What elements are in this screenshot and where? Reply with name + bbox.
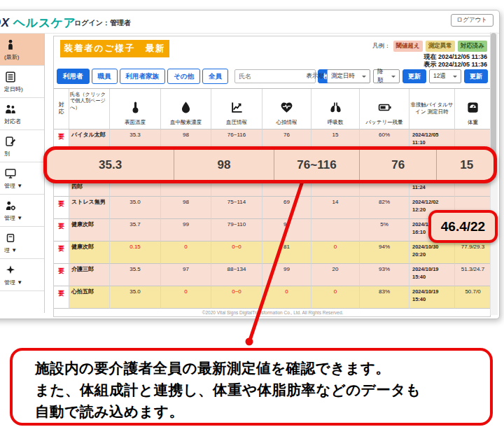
filter-tab[interactable]: 利用者 (57, 69, 90, 84)
sidebar-item[interactable]: 対応者 (0, 98, 44, 130)
filter-tab[interactable]: 職員 (92, 69, 118, 84)
value-cell: 0.15 (110, 241, 161, 264)
sidebar-item[interactable]: 理 ▼ (0, 227, 44, 259)
value-cell: 0~0 (211, 286, 262, 309)
filter-tab[interactable]: 利用者家族 (120, 69, 166, 84)
weight-zoom-callout: 46.4/22 (428, 210, 498, 243)
column-header: 非接触バイタルサイン 測定日時 (410, 89, 455, 130)
value-cell (312, 219, 360, 241)
column-header: 呼吸数 (312, 89, 360, 130)
column-header: 氏名（クリックで個人別ページへ） (69, 89, 110, 130)
person-icon (4, 38, 44, 52)
filter-tab[interactable]: 全員 (202, 69, 228, 84)
annotation-line: 自動で読み込めます。 (35, 400, 477, 422)
sidebar-item[interactable]: 管理 ▼ (0, 162, 44, 195)
monitor-icon (4, 167, 44, 181)
value-cell: 0 (312, 241, 360, 264)
value-cell: 2024/10/30 20:20 (410, 241, 455, 264)
value-cell: 79~110 (211, 219, 262, 241)
value-cell: 98 (161, 197, 211, 219)
alert-cell: 要 (54, 286, 69, 309)
column-header: バッテリー残量 (360, 89, 410, 130)
sidebar-item-label: 理 ▼ (4, 246, 44, 254)
vitals-table: 対応 氏名（クリックで個人別ページへ） 表面温度 血中酸素濃度 血圧情報 心拍情… (54, 88, 491, 309)
refresh-button-2[interactable]: 更新 (464, 69, 488, 83)
sidebar-item[interactable]: 定日時) (0, 66, 44, 98)
legend-badge: 対応済み (458, 41, 487, 52)
sidebar-item-label: (最新) (4, 53, 44, 61)
connector-dot (246, 338, 253, 346)
sidebar-item-label: 管理 ▼ (4, 182, 44, 190)
scale-icon (466, 101, 479, 117)
value-cell: 93% (360, 264, 410, 286)
annotation-box: 施設内の要介護者全員の最新測定値を確認できます。また、体組成計と連携し、体重や体… (10, 348, 493, 426)
user-gear-icon (4, 199, 44, 213)
value-cell: 88~134 (211, 264, 262, 286)
value-cell: 83% (360, 286, 410, 309)
battery-icon (378, 101, 391, 117)
sidebar-item[interactable]: (最新) (0, 34, 44, 66)
name-cell[interactable]: 心拍五郎 (69, 286, 110, 309)
value-cell: 35.0 (110, 286, 161, 309)
name-cell[interactable]: 健康次郎 (69, 241, 110, 264)
value-cell: 35.5 (110, 264, 161, 286)
legend-label: 凡例： (372, 42, 391, 50)
sidebar: (最新) 定日時) 対応者 別 管理 ▼ 管理 ▼ 理 ▼ 管理 ▼ (0, 34, 45, 313)
value-cell: 92 (262, 219, 312, 241)
value-cell: 2024/10/19 15:40 (410, 264, 455, 286)
value-cell: 35.7 (110, 219, 161, 241)
name-cell[interactable]: 介護三郎 (69, 264, 110, 286)
sort-controls: 表示順 測定日時 降順 更新 12週 更新 (307, 69, 489, 83)
filter-tab[interactable]: その他 (167, 69, 200, 84)
topbar: DX ヘルスケア ログイン：管理者 ログアウト (0, 10, 499, 34)
value-cell: 0~0 (211, 241, 262, 264)
display-datetime: 表示 2024/12/05 11:36 (424, 60, 487, 69)
sidebar-item-label: 別 (4, 150, 44, 158)
zoomed-value: 15 (437, 150, 496, 180)
table-header-row: 対応 氏名（クリックで個人別ページへ） 表面温度 血中酸素濃度 血圧情報 心拍情… (54, 89, 491, 130)
heart-pulse-icon (280, 101, 293, 117)
period-select[interactable]: 12週 (429, 69, 461, 83)
screenshot-root: DX ヘルスケア ログイン：管理者 ログアウト (最新) 定日時) 対応者 別 … (0, 0, 504, 448)
logout-button[interactable]: ログアウト (451, 14, 494, 27)
value-cell: 2024/10/19 15:40 (410, 286, 455, 309)
lungs-icon (329, 101, 342, 117)
legend: 凡例： 閾値超え測定異常対応済み (372, 41, 487, 52)
droplet-icon (179, 101, 192, 117)
table-row: 要 ストレス無男 35.09875~114691482%2024/12/02 1… (54, 197, 491, 219)
column-header: 対応 (54, 89, 69, 130)
sidebar-item[interactable]: 別 (0, 130, 44, 162)
name-cell[interactable]: 健康次郎 (69, 219, 110, 241)
sort-select[interactable]: 測定日時 (327, 69, 370, 83)
name-search-input[interactable] (234, 69, 316, 83)
order-select[interactable]: 降順 (373, 69, 400, 83)
device-icon (4, 231, 44, 245)
value-cell: 5% (360, 219, 410, 241)
refresh-button[interactable]: 更新 (402, 69, 426, 83)
list-icon (4, 70, 44, 84)
column-header: 表面温度 (110, 89, 161, 130)
sidebar-item[interactable]: 管理 ▼ (0, 259, 44, 291)
sidebar-item-label: 定日時) (4, 85, 44, 93)
zoomed-values-callout: 35.39876~1167615 (43, 146, 497, 183)
sidebar-item[interactable]: 管理 ▼ (0, 195, 44, 227)
sidebar-item-label: 管理 ▼ (4, 279, 44, 286)
table-row: 要 介護三郎 35.59788~134992093%2024/10/19 15:… (54, 264, 491, 286)
login-status: ログイン：管理者 (74, 18, 131, 28)
zoomed-value: 98 (174, 150, 274, 180)
people-icon (4, 102, 44, 116)
legend-badge: 測定異常 (426, 41, 455, 52)
zoomed-value: 35.3 (47, 150, 174, 180)
app-logo: DX ヘルスケア (0, 15, 76, 31)
column-header: 血中酸素濃度 (161, 89, 211, 130)
value-cell: 75~114 (211, 197, 262, 219)
clipboard-icon (4, 134, 44, 148)
name-cell[interactable]: ストレス無男 (69, 197, 110, 219)
page-title: 装着者のご様子 最新 (60, 40, 169, 57)
sidebar-item-label: 管理 ▼ (4, 214, 44, 222)
zoomed-value: 76~116 (274, 150, 360, 180)
column-header: 血圧情報 (211, 89, 262, 130)
alert-cell: 要 (54, 241, 69, 264)
legend-badge: 閾値超え (393, 41, 423, 52)
value-cell: 0 (161, 241, 211, 264)
